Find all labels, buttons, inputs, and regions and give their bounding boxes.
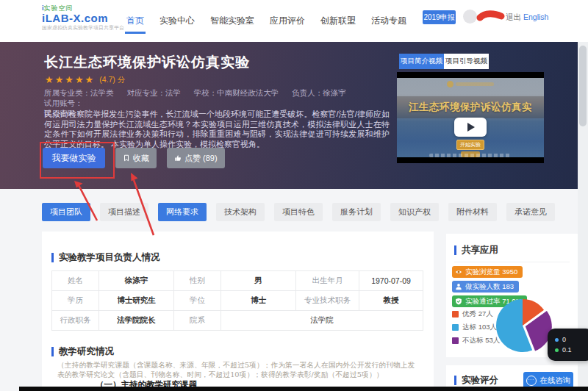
crest-emblem-icon [447, 81, 453, 87]
meta-trial-account: 试用账号： [44, 98, 83, 108]
share-title: 共享应用 [462, 244, 498, 257]
nav-app-evaluation[interactable]: 应用评价 [268, 0, 306, 42]
video-player[interactable]: 江生态环境保护诉讼仿真实 开始实验 [397, 72, 544, 163]
cell-value: 博士 [221, 291, 296, 311]
like-button[interactable]: 点赞 (89) [167, 148, 225, 168]
video-caption-blur [429, 154, 512, 157]
rating-score: (4.7) 分 [99, 75, 125, 85]
participants-label: 做实验人数 183 [465, 282, 514, 292]
tab-attachments[interactable]: 附件材料 [448, 203, 497, 221]
cell-label: 专业技术职务 [296, 291, 359, 311]
video-title-band: 江生态环境保护诉讼仿真实 [397, 96, 544, 118]
cell-label: 性别 [174, 271, 221, 291]
views-badge: 实验浏览量 3950 [452, 266, 523, 278]
section-bar [454, 376, 456, 385]
tab-project-description[interactable]: 项目描述 [100, 203, 148, 221]
logo-tagline: 国家虚拟仿真实验教学项目共享平台 [42, 24, 129, 31]
header: i实验空间 iLAB-X.com 国家虚拟仿真实验教学项目共享平台 首页 实验中… [0, 0, 588, 42]
shield-check-icon [455, 298, 462, 305]
monitor-row: 0.1 [555, 346, 588, 354]
apply-2019-button[interactable]: 2019申报 [423, 10, 456, 24]
cell-value: 法学院 [221, 311, 423, 331]
research-section-header: 教学研究情况 [51, 345, 114, 358]
cell-value: 徐涤宇 [99, 271, 174, 291]
hero-buttons: 我要做实验 收藏 点赞 (89) [43, 148, 225, 168]
monitor-dot-green [555, 348, 559, 352]
cell-value: 1970-07-09 [359, 271, 423, 291]
video-thumbnail: 江生态环境保护诉讼仿真实 开始实验 [397, 78, 544, 157]
person-icon [455, 283, 462, 290]
bottom-black-bar [19, 387, 588, 391]
language-link[interactable]: English [523, 12, 548, 21]
section-bar [51, 347, 54, 356]
project-tab-bar: 项目团队 项目描述 网络要求 技术架构 项目特色 服务计划 知识产权 附件材料 … [42, 203, 555, 221]
cell-label: 行政职务 [52, 311, 99, 331]
nav-innovation-alliance[interactable]: 创新联盟 [319, 0, 357, 42]
participants-badge: 做实验人数 183 [452, 281, 519, 293]
meta-school: 学校：中南财经政法大学 [194, 87, 279, 98]
legend-label: 达标 103人 [462, 323, 497, 332]
favorite-label: 收藏 [133, 153, 149, 164]
favorite-button[interactable]: 收藏 [115, 148, 157, 168]
monitor-dot-blue [555, 338, 559, 342]
rating: ★★★★★ (4.7) 分 [45, 74, 125, 85]
table-row: 学历 博士研究生 学位 博士 专业技术职务 教授 [52, 291, 423, 311]
scrollbar-thumb[interactable] [579, 46, 587, 126]
bookmark-icon [123, 154, 130, 162]
table-row: 行政职务 法学院院长 院系 法学院 [52, 311, 423, 331]
experiment-title: 长江生态环境保护诉讼仿真实验 [44, 53, 250, 72]
legend-swatch [452, 324, 459, 331]
play-button[interactable] [454, 118, 487, 137]
monitor-value: 0 [562, 336, 566, 343]
tab-project-features[interactable]: 项目特色 [274, 203, 323, 221]
video-overlay-title: 江生态环境保护诉讼仿真实 [409, 101, 532, 114]
like-label: 点赞 (89) [184, 153, 218, 164]
cell-label: 学历 [52, 291, 99, 311]
main-nav: 首页 实验中心 智能实验室 应用评价 创新联盟 活动专题 [125, 0, 408, 42]
tab-project-team[interactable]: 项目团队 [42, 203, 90, 221]
header-separator: | [518, 12, 520, 21]
cell-value: 博士研究生 [99, 291, 174, 311]
tab-guide-video[interactable]: 项目引导视频 [444, 54, 489, 69]
results-pie-chart [493, 296, 552, 355]
tab-network-requirements[interactable]: 网络要求 [158, 203, 207, 221]
cell-label: 姓名 [52, 271, 99, 291]
meta-major: 对应专业：法学 [126, 87, 181, 98]
nav-activity-topics[interactable]: 活动专题 [370, 0, 408, 42]
legend-swatch [452, 337, 459, 344]
monitor-row: 0 [555, 336, 588, 343]
university-crest [447, 81, 494, 87]
tab-service-plan[interactable]: 服务计划 [332, 203, 381, 221]
nav-experiment-center[interactable]: 实验中心 [158, 0, 196, 42]
tab-commitment[interactable]: 承诺意见 [506, 203, 555, 221]
site-logo[interactable]: i实验空间 iLAB-X.com 国家虚拟仿真实验教学项目共享平台 [42, 4, 129, 31]
cell-label: 院系 [174, 311, 221, 331]
nav-smart-lab[interactable]: 智能实验室 [209, 0, 256, 42]
start-experiment-button[interactable]: 开始实验 [456, 140, 484, 150]
user-avatar[interactable] [463, 10, 477, 24]
nav-home[interactable]: 首页 [125, 0, 146, 42]
views-label: 实验浏览量 3950 [465, 268, 517, 277]
thumbs-up-icon [174, 154, 182, 162]
tab-intro-video[interactable]: 项目简介视频 [399, 54, 444, 69]
page: i实验空间 iLAB-X.com 国家虚拟仿真实验教学项目共享平台 首页 实验中… [0, 0, 588, 391]
cell-label: 学位 [174, 291, 221, 311]
meta-category: 所属专业类：法学类 [44, 87, 114, 98]
tab-intellectual-property[interactable]: 知识产权 [390, 203, 439, 221]
tab-technical-architecture[interactable]: 技术架构 [216, 203, 265, 221]
do-experiment-button[interactable]: 我要做实验 [43, 148, 105, 168]
legend-swatch [452, 311, 459, 318]
cell-label: 出生年月 [296, 271, 359, 291]
score-section-header: 实验评分 [454, 374, 498, 387]
video-tabs: 项目简介视频 项目引导视频 [399, 54, 489, 69]
logo-brand-en: iLAB-X.com [42, 12, 129, 24]
research-section-title: 教学研究情况 [59, 345, 114, 358]
play-icon [467, 123, 475, 132]
meta-leader: 负责人：徐涤宇 [292, 87, 346, 98]
leader-section-header: 实验教学项目负责人情况 [51, 251, 160, 264]
logo-brand-cn: i实验空间 [42, 4, 129, 12]
hero-banner: 长江生态环境保护诉讼仿真实验 ★★★★★ (4.7) 分 所属专业类：法学类 对… [0, 42, 588, 189]
cell-value: 教授 [359, 291, 423, 311]
chat-icon [526, 376, 537, 386]
share-section-header: 共享应用 [454, 244, 498, 257]
